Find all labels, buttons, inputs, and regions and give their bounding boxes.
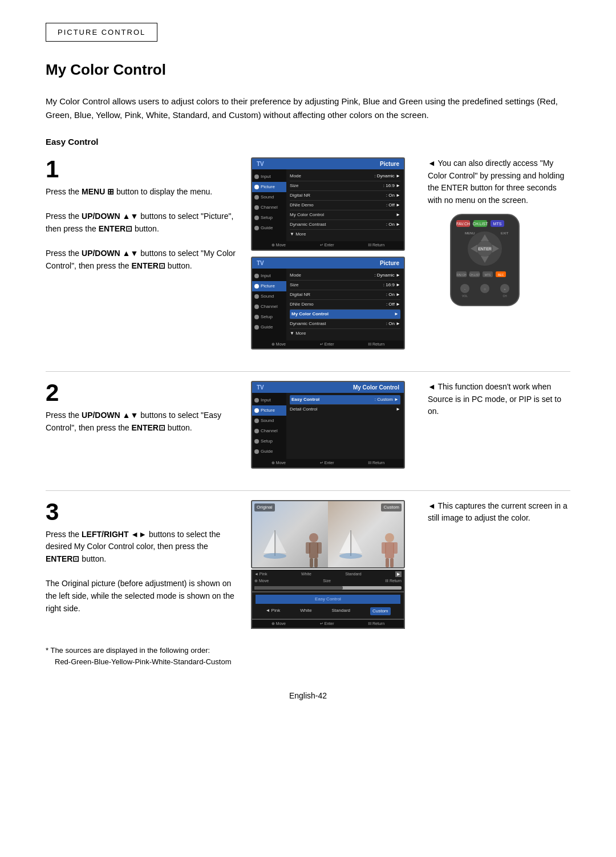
svg-rect-51 xyxy=(386,558,389,567)
svg-text:CH.LIST: CH.LIST xyxy=(469,273,480,277)
tv-menu-content-2: Input Picture Sound Channel Setup Guide … xyxy=(252,393,404,459)
tv-sidebar-1a: Input Picture Sound Channel Setup Guide xyxy=(252,169,286,241)
step-1-text: Press the MENU ⊞ button to display the m… xyxy=(46,186,242,273)
step-2-note: ◄ This function doesn't work when Source… xyxy=(428,381,570,418)
option-white: White xyxy=(300,607,311,615)
tv-bottom-nav-3: ⊕ Move↵ EnterIII Return xyxy=(251,620,405,629)
tv-sidebar-guide-2: Guide xyxy=(252,446,286,457)
svg-point-37 xyxy=(309,533,318,542)
step-3-left: 3 Press the LEFT/RIGHT ◄► buttons to sel… xyxy=(46,500,251,615)
tv-sidebar-channel: Channel xyxy=(252,202,286,213)
footnote-order: Red-Green-Blue-Yellow-Pink-White-Standar… xyxy=(46,657,231,666)
tv-row-dnr-1b: Digital NR: On ► xyxy=(290,290,400,300)
tv-sidebar-channel-2: Channel xyxy=(252,426,286,436)
tv-row-dc: Dynamic Contrast: On ► xyxy=(290,220,400,230)
tv-sidebar-channel-1b: Channel xyxy=(252,302,286,312)
footer-text: English-42 xyxy=(289,691,327,700)
split-left: Original xyxy=(252,501,328,567)
svg-text:MENU: MENU xyxy=(465,231,475,235)
split-screen: Original xyxy=(251,500,405,568)
svg-point-36 xyxy=(264,553,286,559)
intro-paragraph: My Color Control allows users to adjust … xyxy=(46,95,570,122)
step-divider-2 xyxy=(46,490,570,491)
tv-sidebar-1b: Input Picture Sound Channel Setup Guide xyxy=(252,269,286,340)
svg-text:EXIT: EXIT xyxy=(501,231,509,235)
tv-sidebar-input: Input xyxy=(252,172,286,182)
svg-text:REC: REC xyxy=(498,273,504,277)
svg-point-47 xyxy=(385,533,394,542)
tv-main-area-1b: Mode: Dynamic ► Size: 16:9 ► Digital NR:… xyxy=(286,269,404,340)
svg-rect-40 xyxy=(317,542,322,554)
svg-rect-50 xyxy=(393,542,398,554)
tv-sidebar-picture-1b: Picture xyxy=(252,281,286,291)
step-1-right: ◄ You can also directly access "My Color… xyxy=(416,157,570,314)
inner-detail-row-2: ⊕ MoveSizeIII Return xyxy=(254,578,402,584)
tv-main-area-1a: Mode: Dynamic ► Size: 16:9 ► Digital NR:… xyxy=(286,169,404,241)
svg-text:FAV.CH: FAV.CH xyxy=(456,273,467,277)
step3-composite: Original xyxy=(251,500,405,629)
tv-bottom-bar-1a: ⊕ Move↵ EnterIII Return xyxy=(252,241,404,250)
tv-screen-1a: TV Picture Input Picture Sound Channel S… xyxy=(251,157,405,251)
tv-screen-2: TV My Color Control Input Picture Sound … xyxy=(251,381,405,469)
option-pink: ◄ Pink xyxy=(265,607,280,615)
remote-svg: FAV.CH CH.LIST MTS ENTER MENU xyxy=(428,212,542,311)
svg-marker-33 xyxy=(264,530,275,553)
inner-detail-bar: ◄ PinkWhiteStandard▶ ⊕ MoveSizeIII Retur… xyxy=(251,570,405,592)
tv-row-dnr: Digital NR: On ► xyxy=(290,191,400,201)
svg-rect-48 xyxy=(385,542,394,558)
tv-sidebar-setup-2: Setup xyxy=(252,436,286,446)
tv-sidebar-input-2: Input xyxy=(252,395,286,405)
tv-main-area-2: Easy Control: Custom ► Detail Control► xyxy=(286,393,404,459)
tv-row-mcc-1b: My Color Control► xyxy=(290,310,400,319)
easy-control-options: ◄ Pink White Standard Custom xyxy=(256,606,400,616)
page-footer: English-42 xyxy=(46,690,570,702)
tv-row-dc-1b: Dynamic Contrast: On ► xyxy=(290,319,400,329)
svg-text:-: - xyxy=(464,287,465,291)
footnote: * The sources are displayed in the follo… xyxy=(46,645,570,667)
tv-sidebar-2: Input Picture Sound Channel Setup Guide xyxy=(252,393,286,459)
tv-row-detail: Detail Control► xyxy=(290,405,400,414)
inner-detail-row-1: ◄ PinkWhiteStandard▶ xyxy=(254,571,402,578)
svg-rect-39 xyxy=(306,542,310,554)
footnote-asterisk: * The sources are displayed in the follo… xyxy=(46,646,210,655)
step-3-number: 3 xyxy=(46,500,242,524)
step-2-number: 2 xyxy=(46,381,242,405)
svg-text:+: + xyxy=(504,287,506,291)
tv-row-easy: Easy Control: Custom ► xyxy=(290,395,400,405)
step-2-left: 2 Press the UP/DOWN ▲▼ buttons to select… xyxy=(46,381,251,434)
tv-row-more: ▼ More xyxy=(290,230,400,239)
step-1-number: 1 xyxy=(46,157,242,181)
tv-menu-content-1b: Input Picture Sound Channel Setup Guide … xyxy=(252,269,404,340)
svg-rect-41 xyxy=(310,558,313,567)
step-2-center: TV My Color Control Input Picture Sound … xyxy=(251,381,416,474)
step-1-note: ◄ You can also directly access "My Color… xyxy=(428,157,570,207)
step-3-right: ◄ This captures the current screen in a … xyxy=(416,500,570,525)
step-1-row: 1 Press the MENU ⊞ button to display the… xyxy=(46,157,570,355)
step-2-text: Press the UP/DOWN ▲▼ buttons to select "… xyxy=(46,409,242,434)
step-3-center: Original xyxy=(251,500,416,629)
easy-control-title: Easy Control xyxy=(256,595,400,604)
option-custom: Custom xyxy=(370,607,391,615)
tv-menu-content-1a: Input Picture Sound Channel Setup Guide … xyxy=(252,169,404,241)
svg-rect-42 xyxy=(314,558,318,567)
tv-sidebar-sound-2: Sound xyxy=(252,416,286,426)
step-divider-1 xyxy=(46,371,570,372)
tv-sidebar-picture-2: Picture xyxy=(252,405,286,416)
header-label: Picture Control xyxy=(58,28,145,36)
tv-row-mcc: My Color Control► xyxy=(290,210,400,220)
svg-text:CH: CH xyxy=(502,294,507,298)
tv-row-mode: Mode: Dynamic ► xyxy=(290,172,400,181)
split-label-original: Original xyxy=(254,503,275,511)
tv-row-more-1b: ▼ More xyxy=(290,329,400,338)
svg-text:MTS: MTS xyxy=(493,222,502,226)
tv-row-mode-1b: Mode: Dynamic ► xyxy=(290,271,400,281)
page-container: Picture Control My Color Control My Colo… xyxy=(0,0,616,857)
svg-point-46 xyxy=(339,553,362,559)
svg-rect-49 xyxy=(382,542,386,554)
step-1-left: 1 Press the MENU ⊞ button to display the… xyxy=(46,157,251,273)
tv-title-bar-2: TV My Color Control xyxy=(252,382,404,393)
tv-sidebar-picture: Picture xyxy=(252,182,286,192)
tv-sidebar-setup: Setup xyxy=(252,213,286,223)
option-standard: Standard xyxy=(332,607,350,615)
easy-control-bar: Easy Control ◄ Pink White Standard Custo… xyxy=(251,592,405,620)
